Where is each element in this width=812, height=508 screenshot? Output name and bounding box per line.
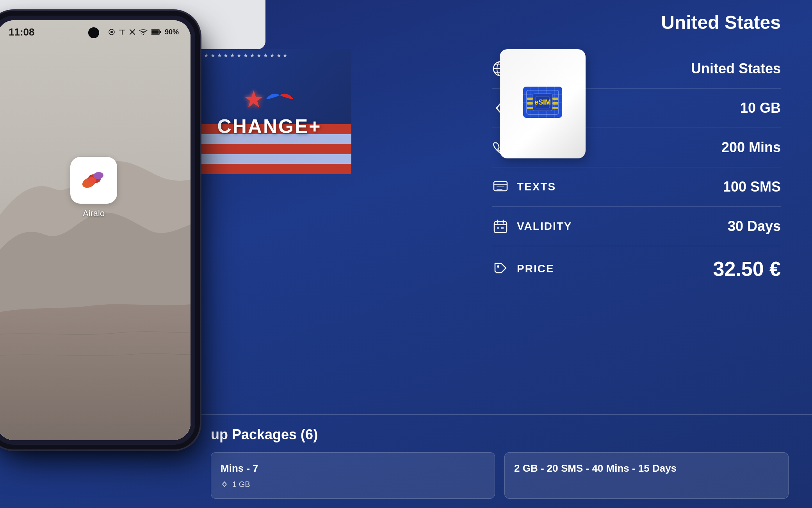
validity-value: 30 Days xyxy=(728,218,781,234)
phone-screen: 11:08 xyxy=(0,20,191,440)
texts-left: TEXTS xyxy=(492,178,556,195)
texts-value: 100 SMS xyxy=(723,179,781,195)
provider-star-icon: ★ xyxy=(217,85,322,113)
validity-label: VALIDITY xyxy=(517,220,572,233)
price-label: PRICE xyxy=(517,263,554,275)
united-states-header: United States xyxy=(661,12,789,33)
phone-camera xyxy=(88,27,99,38)
data-value: 10 GB xyxy=(740,100,781,116)
price-left: PRICE xyxy=(492,260,554,277)
provider-logo: ★ CHANGE+ xyxy=(217,85,322,138)
packages-section: up Packages (6) Mins - 7 1 GB 2 GB - 20 … xyxy=(187,414,812,508)
package-card-2[interactable]: 2 GB - 20 SMS - 40 Mins - 15 Days xyxy=(504,452,789,499)
esim-label: eSIM xyxy=(534,98,551,107)
svg-rect-14 xyxy=(527,98,533,100)
app-icon-container: Airalo xyxy=(70,157,117,218)
esim-card: eSIM xyxy=(500,49,586,158)
settings-icon xyxy=(108,28,116,36)
location-label: United States xyxy=(661,12,789,33)
esim-chip: eSIM xyxy=(523,87,562,118)
texts-label: TEXTS xyxy=(517,181,556,193)
x-icon xyxy=(129,28,136,36)
svg-rect-19 xyxy=(552,107,558,109)
coverage-value: United States xyxy=(691,60,781,77)
status-icons: 90% xyxy=(108,28,179,36)
tag-icon xyxy=(492,260,509,277)
svg-rect-29 xyxy=(494,222,507,233)
battery-icon xyxy=(151,29,162,35)
svg-point-39 xyxy=(142,34,144,35)
packages-grid: Mins - 7 1 GB 2 GB - 20 SMS - 40 Mins - … xyxy=(211,452,789,499)
phone-wallpaper: 11:08 xyxy=(0,20,191,440)
validity-row: VALIDITY 30 Days xyxy=(492,207,781,246)
message-icon xyxy=(492,178,509,195)
calendar-icon xyxy=(492,218,509,235)
provider-name-text: CHANGE+ xyxy=(217,115,322,138)
package-data-text-1: 1 GB xyxy=(232,480,250,489)
wallpaper-svg xyxy=(0,20,191,440)
svg-point-38 xyxy=(110,31,113,33)
calls-value: 200 Mins xyxy=(721,139,781,156)
app-label: Airalo xyxy=(83,208,105,218)
texts-row: TEXTS 100 SMS xyxy=(492,167,781,207)
app-icon[interactable] xyxy=(70,157,117,204)
svg-rect-17 xyxy=(552,98,558,100)
svg-rect-42 xyxy=(151,30,158,34)
phone-container: 11:08 xyxy=(0,0,226,500)
t-icon xyxy=(119,28,126,36)
status-time: 11:08 xyxy=(9,26,35,38)
wifi-icon xyxy=(139,28,148,36)
svg-rect-33 xyxy=(497,227,499,229)
svg-rect-15 xyxy=(527,102,533,105)
packages-title: up Packages (6) xyxy=(211,426,789,443)
svg-point-35 xyxy=(497,265,499,268)
airalo-app-icon xyxy=(78,165,109,196)
svg-rect-34 xyxy=(501,227,504,229)
svg-rect-18 xyxy=(552,102,558,105)
package-card-1[interactable]: Mins - 7 1 GB xyxy=(211,452,495,499)
star-icon: ★ xyxy=(243,85,264,113)
package-name-1: Mins - 7 xyxy=(221,462,485,475)
price-value: 32.50 € xyxy=(713,257,781,281)
wings-icon xyxy=(264,89,296,109)
validity-left: VALIDITY xyxy=(492,218,572,235)
svg-rect-41 xyxy=(160,31,161,33)
price-row: PRICE 32.50 € xyxy=(492,246,781,291)
svg-rect-16 xyxy=(527,107,533,109)
package-detail-1: 1 GB xyxy=(221,480,485,489)
phone-body: 11:08 xyxy=(0,16,195,445)
package-name-2: 2 GB - 20 SMS - 40 Mins - 15 Days xyxy=(514,462,779,475)
battery-percent: 90% xyxy=(165,28,179,36)
